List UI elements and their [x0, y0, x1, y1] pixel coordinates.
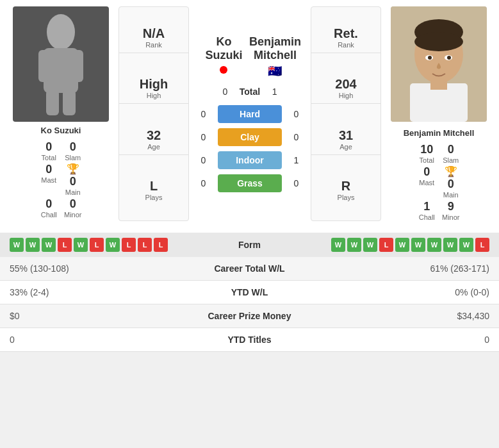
player-left-silhouette [32, 13, 90, 115]
left-trophy-icon: 🏆 [67, 163, 79, 175]
svg-point-11 [414, 32, 463, 51]
stats-center-2: Career Prize Money [151, 304, 348, 328]
left-high-stat: High High [119, 73, 188, 104]
left-player-name-top: Ko Suzuki [199, 35, 249, 62]
right-minor-stat: 9 Minor [442, 200, 460, 221]
right-slam-stat: 0 Slam [442, 143, 460, 164]
player-right-stats-grid: 10 Total 0 Slam 0 Mast 🏆 0 Main [418, 143, 459, 221]
form-badge-w: W [10, 238, 24, 252]
form-badge-w: W [106, 238, 120, 252]
stats-row-0: 55% (130-108)Career Total W/L61% (263-17… [0, 257, 499, 281]
stats-left-3: 0 [0, 328, 151, 352]
left-plays-stat: L Plays [119, 175, 188, 205]
form-label: Form [224, 240, 275, 250]
player-right-name: Benjamin Mitchell [404, 128, 475, 138]
player-left-photo [13, 6, 109, 122]
left-age-stat: 32 Age [119, 124, 188, 155]
form-badge-w: W [331, 238, 345, 252]
svg-rect-1 [44, 48, 78, 93]
bottom-stats-table: 55% (130-108)Career Total W/L61% (263-17… [0, 257, 499, 352]
form-badge-w: W [411, 238, 425, 252]
player-right-name-block: Benjamin Mitchell [404, 124, 475, 138]
svg-point-0 [47, 14, 75, 50]
svg-point-14 [428, 56, 432, 60]
form-badge-l: L [90, 238, 104, 252]
left-minor-stat: 0 Minor [64, 197, 82, 219]
stats-right-2: $34,430 [348, 304, 499, 328]
total-row: 0 Total 1 [195, 87, 304, 97]
surface-clay-btn: Clay [218, 128, 282, 146]
svg-rect-3 [73, 50, 83, 82]
stats-left-1: 33% (2-4) [0, 281, 151, 304]
left-mast-stat: 0 Mast [40, 163, 58, 196]
player-left-stats-grid: 0 Total 0 Slam 0 Mast 🏆 0 Main [40, 140, 81, 219]
form-badge-l: L [58, 238, 72, 252]
left-main-trophy: 🏆 0 Main [64, 163, 82, 196]
form-badge-w: W [347, 238, 361, 252]
player-left: Ko Suzuki 0 Total 0 Slam 0 Mast [6, 6, 115, 221]
right-player-name-top: Benjamin Mitchell [249, 35, 301, 62]
stats-right-0: 61% (263-171) [348, 257, 499, 281]
form-badge-w: W [74, 238, 88, 252]
left-total-stat: 0 Total [40, 140, 58, 162]
top-section: Ko Suzuki 0 Total 0 Slam 0 Mast [0, 0, 499, 228]
left-chall-stat: 0 Chall [40, 197, 58, 219]
surface-hard-row: 0 Hard 0 [195, 105, 304, 123]
right-plays-stat: R Plays [311, 175, 380, 205]
surface-indoor-btn: Indoor [218, 151, 282, 169]
player-right: Benjamin Mitchell 10 Total 0 Slam 0 Mast [384, 6, 493, 221]
right-trophy-icon: 🏆 [445, 165, 457, 178]
right-mast-stat: 0 Mast [418, 165, 436, 199]
form-badge-w: W [459, 238, 473, 252]
form-badge-w: W [26, 238, 40, 252]
left-rank-stat: N/A Rank [119, 22, 188, 53]
stats-left-2: $0 [0, 304, 151, 328]
form-badge-l: L [138, 238, 152, 252]
center-bars: Ko Suzuki Benjamin Mitchell 🇦🇺 [192, 6, 307, 221]
right-chall-stat: 1 Chall [418, 200, 436, 221]
left-slam-stat: 0 Slam [64, 140, 82, 162]
right-high-stat: 204 High [311, 73, 380, 104]
form-badge-l: L [154, 238, 168, 252]
form-right-badges: WWWLWWWWWL [279, 238, 490, 252]
right-mid-info: Ret. Rank 204 High 31 Age R Plays [311, 6, 381, 221]
right-main-trophy: 🏆 0 Main [442, 165, 460, 199]
stats-left-0: 55% (130-108) [0, 257, 151, 281]
surface-hard-btn: Hard [218, 105, 282, 123]
form-section: WWWLWLWLLL Form WWWLWWWWWL [0, 233, 499, 257]
player-right-photo-svg [391, 6, 487, 122]
stats-row-3: 0YTD Titles0 [0, 328, 499, 352]
right-age-stat: 31 Age [311, 124, 380, 155]
svg-rect-2 [38, 50, 49, 82]
stats-row-2: $0Career Prize Money$34,430 [0, 304, 499, 328]
stats-center-0: Career Total W/L [151, 257, 348, 281]
player-right-photo [391, 6, 487, 122]
player-left-name: Ko Suzuki [41, 126, 81, 135]
main-container: Ko Suzuki 0 Total 0 Slam 0 Mast [0, 0, 499, 352]
stats-right-3: 0 [348, 328, 499, 352]
form-badge-l: L [379, 238, 393, 252]
surface-grass-row: 0 Grass 0 [195, 174, 304, 192]
right-flag-icon: 🇦🇺 [268, 64, 282, 78]
left-mid-info: N/A Rank High High 32 Age L Plays [119, 6, 189, 221]
surface-indoor-row: 0 Indoor 1 [195, 151, 304, 169]
form-badge-l: L [122, 238, 136, 252]
surface-clay-row: 0 Clay 0 [195, 128, 304, 146]
form-badge-w: W [395, 238, 409, 252]
stats-row-1: 33% (2-4)YTD W/L0% (0-0) [0, 281, 499, 304]
svg-point-15 [447, 56, 451, 60]
left-flag-dot [220, 66, 227, 74]
form-left-badges: WWWLWLWLLL [10, 238, 221, 252]
svg-rect-4 [46, 90, 59, 115]
surface-grass-btn: Grass [218, 174, 282, 192]
form-badge-w: W [427, 238, 441, 252]
form-badge-l: L [475, 238, 489, 252]
svg-rect-5 [63, 90, 76, 115]
form-badge-w: W [42, 238, 56, 252]
form-badge-w: W [363, 238, 377, 252]
stats-center-1: YTD W/L [151, 281, 348, 304]
right-rank-stat: Ret. Rank [311, 22, 380, 53]
right-total-stat: 10 Total [418, 143, 436, 164]
stats-right-1: 0% (0-0) [348, 281, 499, 304]
form-badge-w: W [443, 238, 457, 252]
